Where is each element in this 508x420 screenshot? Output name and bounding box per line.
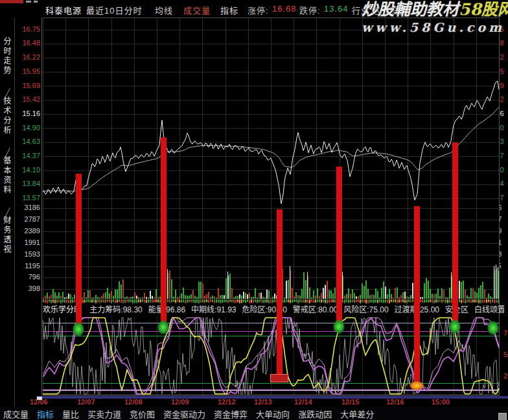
tab-5[interactable]: 资金驱动力	[163, 408, 205, 420]
price-axis-label: 14.37	[14, 152, 40, 159]
indicator-field-8: 白线颂置0临标	[474, 305, 504, 314]
indicator-parameter-row: 欢乐学分时 主力筹码:98.30能量:96.86中期线:91.93危险区:90.…	[43, 303, 504, 315]
limit-up-value: 16.68	[272, 4, 297, 14]
resize-corner[interactable]	[498, 413, 507, 420]
signal-marker-redbox	[270, 374, 288, 382]
tab-1[interactable]: 指标	[37, 408, 54, 420]
price-axis-label-clipped: 14.37	[500, 152, 508, 159]
limit-up-label: 涨停:	[248, 4, 269, 16]
tab-8[interactable]: 涨跌动因	[298, 408, 332, 420]
signal-bar-0	[76, 174, 82, 324]
volume-axis-label-clipped: 1991	[500, 239, 508, 246]
x-axis-date: 15:00	[432, 398, 450, 406]
price-axis-label-clipped: 15.16	[500, 110, 508, 117]
watermark-url: www.58Gu.com	[362, 20, 508, 34]
signal-bar-3	[336, 167, 342, 321]
price-axis-label-clipped: 14.63	[500, 137, 508, 145]
price-axis-label-clipped: 14.10	[500, 166, 508, 174]
price-axis-label: 16.22	[14, 53, 40, 61]
tab-7[interactable]: 大单动向	[256, 408, 290, 420]
signal-bar-1	[161, 137, 167, 322]
signal-marker-green	[333, 320, 345, 334]
price-axis-label: 14.63	[14, 137, 40, 145]
volume-axis-label: 796	[14, 273, 40, 281]
volume-axis-label-clipped: 2389	[500, 227, 508, 235]
price-axis-label: 13.84	[14, 180, 40, 187]
volume-axis-label-clipped: 3186	[500, 204, 508, 211]
signal-marker-green	[487, 321, 499, 335]
left-sidebar: 分时走势技术分析基本资料财务透视	[0, 18, 15, 420]
window-deco-tick	[26, 1, 31, 3]
watermark: 炒股輔助教材58股网 www.58Gu.com	[362, 1, 508, 34]
tab-3[interactable]: 买卖力道	[87, 408, 121, 420]
price-axis-label: 14.10	[14, 166, 40, 174]
price-axis-label: 15.69	[14, 82, 40, 89]
signal-bar-4	[414, 206, 420, 385]
price-axis-label: 14.90	[14, 124, 40, 132]
price-axis-label-clipped: 15.69	[500, 82, 508, 89]
price-axis-label-clipped: 13.84	[500, 180, 508, 187]
sidebar-item-3[interactable]: 财务透视	[2, 216, 12, 273]
x-axis-date: 12/07	[77, 398, 95, 406]
trading-app-window: 科泰电源 最近10日分时 均线 成交量 指标 涨停: 16.68 跌停: 13.…	[0, 0, 508, 420]
volume-axis-label: 2787	[14, 215, 40, 223]
limit-down-label: 跌停:	[299, 4, 321, 16]
price-axis-label: 15.95	[14, 67, 40, 75]
x-axis-date: 12/09	[171, 398, 189, 406]
price-axis-label: 15.42	[14, 95, 40, 103]
x-axis-date: 12/14	[294, 398, 312, 406]
watermark-brand-white: 炒股輔助教材	[362, 0, 459, 19]
indicator-field-4: 警戒区:80.00	[293, 305, 338, 314]
price-axis-label: 16.48	[14, 39, 40, 47]
volume-axis-label: 1991	[14, 239, 40, 246]
sidebar-item-1[interactable]: 技术分析	[2, 97, 12, 154]
menu-item-ma[interactable]: 均线	[155, 4, 173, 16]
menu-item-range[interactable]: 最近10日分时	[86, 4, 142, 16]
watermark-brand-yellow: 58股网	[459, 0, 508, 19]
price-axis-label: 16.75	[14, 25, 40, 33]
panel-axis-label-clipped: 25	[503, 372, 508, 380]
tab-6[interactable]: 资金博弈	[214, 408, 248, 420]
price-axis-label-clipped: 15.95	[500, 67, 508, 75]
volume-axis-label: 1195	[14, 262, 40, 270]
panel-axis-label-clipped: 75	[503, 329, 508, 337]
scrollbar-handle[interactable]	[37, 397, 42, 400]
watermark-brand: 炒股輔助教材58股网	[362, 1, 508, 18]
volume-axis-label-clipped: 796	[500, 273, 508, 281]
indicator-field-1: 能量:96.86	[148, 305, 185, 314]
x-axis-date: 12/08	[124, 398, 143, 406]
stock-name: 科泰电源	[45, 4, 82, 16]
signal-marker-green	[73, 322, 84, 336]
menu-item-indicator[interactable]: 指标	[220, 4, 238, 16]
indicator-field-2: 中期线:91.93	[191, 305, 236, 314]
signal-bar-5	[452, 143, 458, 321]
volume-axis-label-clipped: 2787	[500, 215, 508, 223]
menu-item-volume[interactable]: 成交量	[183, 4, 211, 16]
volume-axis-label: 2389	[14, 227, 40, 235]
bottom-tab-bar: 成交量指标量比买卖力道竞价图资金驱动力资金博弈大单动向涨跌动因大单差分	[0, 407, 508, 420]
volume-axis-label-clipped: 1195	[500, 262, 508, 270]
volume-axis-label-clipped: 1593	[500, 250, 508, 258]
x-axis-date: 12/13	[254, 398, 272, 406]
tab-2[interactable]: 量比	[62, 408, 79, 420]
sidebar-item-0[interactable]: 分时走势	[2, 37, 12, 94]
price-axis-label: 15.16	[14, 110, 40, 117]
volume-axis-label: 1593	[14, 250, 40, 258]
price-axis-label-clipped: 15.42	[500, 95, 508, 103]
volume-axis-label: 3186	[14, 204, 40, 211]
volume-axis-label-clipped: 398	[500, 285, 508, 292]
x-axis-date: 12/15	[341, 398, 360, 406]
tab-0[interactable]: 成交量	[3, 408, 29, 420]
volume-axis-label: 398	[14, 285, 40, 292]
x-axis-date: 12/16	[386, 398, 404, 406]
price-axis-label-clipped: 13.57	[500, 194, 508, 202]
tab-4[interactable]: 竞价图	[130, 408, 155, 420]
limit-down-value: 13.64	[324, 4, 349, 14]
x-axis-date: 12/12	[218, 398, 236, 406]
indicator-field-5: 风险区:75.00	[343, 305, 388, 314]
tab-9[interactable]: 大单差分	[340, 408, 374, 420]
indicator-field-0: 主力筹码:98.30	[89, 305, 142, 314]
price-axis-label: 13.57	[14, 194, 40, 202]
window-title-fragment	[0, 0, 23, 3]
sidebar-item-2[interactable]: 基本资料	[2, 156, 12, 213]
